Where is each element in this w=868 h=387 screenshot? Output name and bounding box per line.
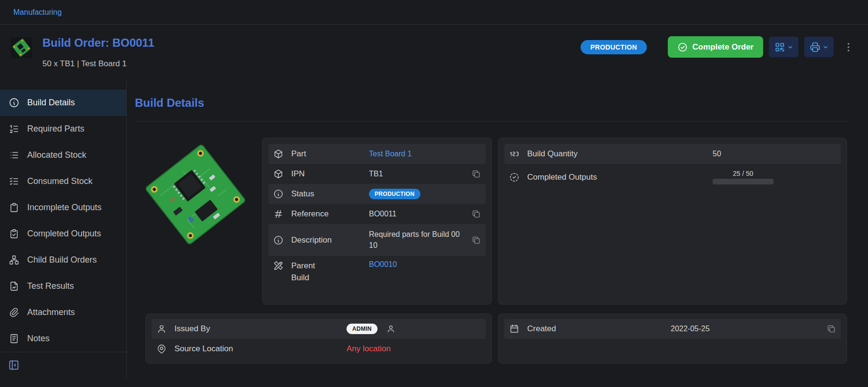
build-quantity-table: Build Quantity 50 Completed Outputs 25 /… [498,138,847,305]
description-label: Description [291,235,369,245]
package-icon [273,149,284,159]
row-created: Created 2022-05-25 [504,319,841,339]
title-block: Build Order: BO0011 50 x TB1 | Test Boar… [42,36,154,69]
complete-order-button[interactable]: Complete Order [668,36,763,58]
source-location-value: Any location [347,344,391,354]
more-actions-button[interactable] [841,37,856,57]
copy-button[interactable] [471,169,481,179]
completed-outputs-label: Completed Outputs [527,173,713,182]
list-icon [9,150,20,161]
copy-button[interactable] [471,209,481,219]
sidebar-item-incomplete-outputs[interactable]: Incomplete Outputs [0,194,126,221]
issued-by-label: Issued By [174,324,347,334]
dots-vertical-icon [843,41,854,53]
sidebar-footer [0,352,126,379]
barcode-actions-button[interactable] [769,37,798,57]
description-value: Required parts for Build 0010 [369,229,462,251]
build-quantity-label: Build Quantity [527,149,713,159]
main-panel: Build Details [127,80,868,379]
ipn-label: IPN [291,169,369,179]
row-completed-outputs: Completed Outputs 25 / 50 [504,164,841,190]
map-pin-icon [156,344,167,354]
row-build-quantity: Build Quantity 50 [504,144,841,164]
printer-icon [809,41,821,53]
copy-button[interactable] [827,324,836,334]
sidebar-item-build-details[interactable]: Build Details [0,90,126,116]
meta-row: Issued By ADMIN Source Location Any loca… [135,314,847,364]
info-circle-icon [273,189,284,199]
build-details-table: Part Test Board 1 IPN TB1 Status PRODUCT… [262,138,492,305]
page-header: Build Order: BO0011 50 x TB1 | Test Boar… [0,25,868,80]
calendar-icon [509,324,520,334]
sidebar: Build Details Required Parts Allocated S… [0,80,127,379]
sidebar-item-label: Consumed Stock [27,176,92,186]
sidebar-item-notes[interactable]: Notes [0,326,126,352]
sidebar-item-label: Attachments [27,307,75,317]
status-label: Status [291,189,369,199]
notes-icon [9,333,20,344]
package-icon [273,169,284,179]
chevron-down-icon [787,44,794,51]
sidebar-item-child-build-orders[interactable]: Child Build Orders [0,247,126,273]
clipboard-check-icon [9,228,20,239]
pcb-graphic [139,138,252,251]
header-actions: PRODUCTION Complete Order [581,36,856,58]
source-location-label: Source Location [174,344,347,354]
qrcode-icon [774,41,786,53]
sidebar-item-label: Completed Outputs [27,229,101,239]
created-table: Created 2022-05-25 [498,314,847,364]
chevron-down-icon [822,44,829,51]
clipboard-icon [9,202,20,213]
sidebar-item-test-results[interactable]: Test Results [0,273,126,299]
hash-icon [273,209,284,219]
sidebar-item-label: Required Parts [27,124,84,134]
build-thumbnail-image[interactable] [11,37,32,58]
print-actions-button[interactable] [804,37,834,57]
part-link[interactable]: Test Board 1 [369,150,412,158]
user-icon [156,324,167,334]
ipn-value: TB1 [369,170,471,178]
section-divider [135,121,847,122]
sidebar-item-label: Build Details [27,98,75,108]
sidebar-nav: Build Details Required Parts Allocated S… [0,90,126,352]
detail-row-reference: Reference BO0011 [268,204,486,224]
list-numbers-icon [9,123,20,134]
sidebar-item-label: Notes [27,334,50,344]
build-quantity-value: 50 [713,150,836,158]
progress-check-icon [509,172,520,183]
row-source-location: Source Location Any location [152,339,486,359]
page-subtitle: 50 x TB1 | Test Board 1 [42,59,154,69]
sidebar-item-label: Test Results [27,281,74,291]
created-value: 2022-05-25 [671,325,827,333]
sidebar-item-allocated-stock[interactable]: Allocated Stock [0,142,126,168]
reference-value: BO0011 [369,210,471,218]
copy-button[interactable] [471,235,481,245]
part-image[interactable] [139,138,252,251]
detail-row-part: Part Test Board 1 [268,144,486,164]
info-circle-icon [9,97,20,108]
tools-icon [273,260,284,271]
page-title: Build Order: BO0011 [42,36,154,50]
collapse-sidebar-button[interactable] [6,357,22,373]
complete-order-label: Complete Order [693,42,754,52]
detail-row-parent-build: Parent Build BO0010 [268,256,486,285]
sidebar-item-completed-outputs[interactable]: Completed Outputs [0,221,126,247]
sidebar-collapse-icon [8,359,20,371]
reference-label: Reference [291,209,369,219]
list-check-icon [9,176,20,187]
row-issued-by: Issued By ADMIN [152,319,486,339]
report-icon [9,281,20,292]
issued-by-table: Issued By ADMIN Source Location Any loca… [145,314,492,364]
details-row: Part Test Board 1 IPN TB1 Status PRODUCT… [135,138,847,305]
detail-row-ipn: IPN TB1 [268,164,486,184]
progress-label: 25 / 50 [713,170,774,177]
sitemap-icon [9,255,20,265]
sidebar-item-consumed-stock[interactable]: Consumed Stock [0,168,126,194]
parent-build-link[interactable]: BO0010 [369,260,397,269]
sidebar-item-required-parts[interactable]: Required Parts [0,116,126,142]
detail-row-status: Status PRODUCTION [268,184,486,204]
sidebar-item-label: Child Build Orders [27,255,97,265]
progress-track [713,179,774,184]
sidebar-item-attachments[interactable]: Attachments [0,299,126,326]
breadcrumb-manufacturing-link[interactable]: Manufacturing [13,8,61,17]
